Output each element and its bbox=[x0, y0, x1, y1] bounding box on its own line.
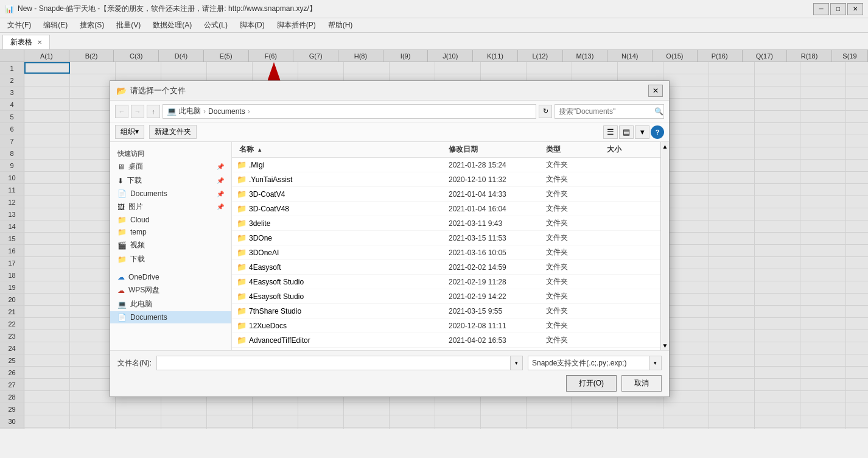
cloud-folder-icon: 📁 bbox=[117, 216, 127, 224]
file-item-date: 2020-12-08 11:11 bbox=[449, 322, 546, 330]
menu-batch[interactable]: 批量(V) bbox=[111, 19, 145, 32]
file-item[interactable]: 📁 4Easysoft 2021-02-02 14:59 文件夹 bbox=[232, 260, 660, 275]
nav-up-button[interactable]: ↑ bbox=[147, 105, 160, 118]
filetype-dropdown-button[interactable]: ▾ bbox=[649, 356, 661, 370]
file-item[interactable]: 📁 3D-CoatV4 2021-01-04 14:33 文件夹 bbox=[232, 187, 660, 202]
file-item[interactable]: 📁 4Easysoft Studio 2021-02-19 11:28 文件夹 bbox=[232, 275, 660, 289]
maximize-button[interactable]: □ bbox=[830, 3, 846, 15]
file-name-text: 3D-CoatV48 bbox=[249, 205, 289, 213]
file-item[interactable]: 📁 3D-CoatV48 2021-01-04 16:04 文件夹 bbox=[232, 202, 660, 216]
left-item-cloud[interactable]: 📁 Cloud bbox=[110, 214, 231, 226]
file-name-text: 12XueDocs bbox=[249, 322, 287, 330]
nav-back-button[interactable]: ← bbox=[115, 105, 128, 118]
close-button[interactable]: ✕ bbox=[847, 3, 863, 15]
nav-forward-button[interactable]: → bbox=[131, 105, 144, 118]
file-folder-icon: 📁 bbox=[237, 321, 247, 330]
menu-help[interactable]: 帮助(H) bbox=[323, 19, 358, 32]
file-item[interactable]: 📁 4Esaysoft Studio 2021-02-19 14:22 文件夹 bbox=[232, 289, 660, 304]
scroll-down-arrow[interactable]: ▼ bbox=[661, 341, 669, 350]
filename-dropdown-button[interactable]: ▾ bbox=[510, 356, 522, 370]
menu-script[interactable]: 脚本(D) bbox=[235, 19, 270, 32]
search-icon[interactable]: 🔍 bbox=[654, 105, 663, 118]
file-item-date: 2021-03-16 10:05 bbox=[449, 248, 546, 257]
organize-button[interactable]: 组织▾ bbox=[115, 125, 144, 139]
left-item-documents-selected[interactable]: 📄 Documents bbox=[110, 311, 231, 323]
help-button[interactable]: ? bbox=[651, 125, 664, 139]
left-item-temp[interactable]: 📁 temp bbox=[110, 226, 231, 238]
tab-close-icon[interactable]: ✕ bbox=[37, 39, 42, 46]
file-item-date: 2021-02-19 14:22 bbox=[449, 292, 546, 301]
dialog-title-bar: 📂 请选择一个文件 ✕ bbox=[110, 81, 669, 100]
file-item-name: 📁 7thShare Studio bbox=[237, 306, 449, 315]
left-item-download[interactable]: ⬇ 下载 📌 bbox=[110, 174, 231, 188]
search-box[interactable]: 🔍 bbox=[555, 104, 664, 119]
file-item[interactable]: 📁 .Migi 2021-01-28 15:24 文件夹 bbox=[232, 158, 660, 172]
tab-new-table[interactable]: 新表格 ✕ bbox=[2, 35, 50, 49]
left-item-videos[interactable]: 🎬 视频 bbox=[110, 238, 231, 252]
menu-formula[interactable]: 公式(L) bbox=[199, 19, 233, 32]
col-header-name[interactable]: 名称 ▲ bbox=[237, 144, 449, 155]
left-item-wps[interactable]: ☁ WPS网盘 bbox=[110, 283, 231, 297]
filename-input[interactable] bbox=[157, 359, 510, 367]
breadcrumb-this-pc[interactable]: 此电脑 bbox=[179, 106, 201, 116]
menu-data[interactable]: 数据处理(A) bbox=[148, 19, 197, 32]
search-input[interactable] bbox=[555, 107, 654, 116]
file-item[interactable]: 📁 3delite 2021-03-11 9:43 文件夹 bbox=[232, 216, 660, 231]
open-button[interactable]: 打开(O) bbox=[566, 375, 617, 392]
menu-edit[interactable]: 编辑(E) bbox=[38, 19, 72, 32]
file-item-name: 📁 .YunTaiAssist bbox=[237, 175, 449, 184]
breadcrumb-documents[interactable]: Documents bbox=[208, 107, 245, 116]
file-list[interactable]: 📁 .Migi 2021-01-28 15:24 文件夹 📁 .YunTaiAs… bbox=[232, 158, 660, 350]
view-details-button[interactable]: ▤ bbox=[619, 125, 634, 139]
file-item[interactable]: 📁 AdvancedTiffEditor 2021-04-02 16:53 文件… bbox=[232, 333, 660, 348]
dialog-close-button[interactable]: ✕ bbox=[648, 85, 663, 97]
left-item-documents[interactable]: 📄 Documents 📌 bbox=[110, 188, 231, 200]
file-item[interactable]: 📁 7thShare Studio 2021-03-15 9:55 文件夹 bbox=[232, 304, 660, 319]
scroll-up-arrow[interactable]: ▲ bbox=[661, 142, 669, 151]
file-name-text: 4Easysoft bbox=[249, 263, 281, 272]
cancel-button[interactable]: 取消 bbox=[621, 375, 662, 392]
new-folder-button[interactable]: 新建文件夹 bbox=[149, 125, 197, 139]
file-item-name: 📁 4Easysoft bbox=[237, 262, 449, 272]
menu-search[interactable]: 搜索(S) bbox=[75, 19, 109, 32]
file-item-name: 📁 3D-CoatV4 bbox=[237, 189, 449, 199]
file-folder-icon: 📁 bbox=[237, 233, 247, 242]
file-item-date: 2021-02-19 11:28 bbox=[449, 278, 546, 286]
action-row: 打开(O) 取消 bbox=[117, 375, 662, 392]
download2-folder-icon: 📁 bbox=[117, 255, 127, 264]
file-open-dialog: 📂 请选择一个文件 ✕ ← → ↑ 💻 此电脑 › Documents › ↻ bbox=[110, 80, 670, 397]
view-dropdown-button[interactable]: ▾ bbox=[635, 125, 649, 139]
file-item[interactable]: 📁 3DOne 2021-03-15 11:53 文件夹 bbox=[232, 231, 660, 245]
col-header-size[interactable]: 大小 bbox=[607, 144, 656, 155]
left-item-pictures[interactable]: 🖼 图片 📌 bbox=[110, 200, 231, 214]
left-item-onedrive[interactable]: ☁ OneDrive bbox=[110, 271, 231, 283]
pin-icon-documents: 📌 bbox=[217, 191, 224, 197]
menu-script-plugin[interactable]: 脚本插件(P) bbox=[272, 19, 321, 32]
menu-file[interactable]: 文件(F) bbox=[2, 19, 36, 32]
view-list-button[interactable]: ☰ bbox=[603, 125, 618, 139]
file-folder-icon: 📁 bbox=[237, 189, 247, 199]
minimize-button[interactable]: ─ bbox=[813, 3, 829, 15]
filetype-select-wrap[interactable]: Snapde支持文件(.c;.py;.exp;) ▾ bbox=[528, 356, 662, 370]
file-item[interactable]: 📁 12XueDocs 2020-12-08 11:11 文件夹 bbox=[232, 319, 660, 333]
tab-label: 新表格 bbox=[10, 37, 32, 48]
file-item[interactable]: 📁 .YunTaiAssist 2020-12-10 11:32 文件夹 bbox=[232, 172, 660, 187]
new-folder-label: 新建文件夹 bbox=[155, 127, 191, 137]
left-item-desktop[interactable]: 🖥 桌面 📌 bbox=[110, 160, 231, 174]
menu-bar: 文件(F) 编辑(E) 搜索(S) 批量(V) 数据处理(A) 公式(L) 脚本… bbox=[0, 18, 868, 33]
file-item-date: 2021-03-15 11:53 bbox=[449, 234, 546, 242]
left-item-this-pc[interactable]: 💻 此电脑 bbox=[110, 297, 231, 311]
left-item-download2[interactable]: 📁 下载 bbox=[110, 252, 231, 266]
col-header-date[interactable]: 修改日期 bbox=[449, 144, 546, 155]
file-name-text: 3D-CoatV4 bbox=[249, 190, 285, 199]
col-header-type[interactable]: 类型 bbox=[546, 144, 607, 155]
file-panel: 名称 ▲ 修改日期 类型 大小 bbox=[232, 142, 660, 350]
right-scrollbar[interactable]: ▲ ▼ bbox=[660, 142, 669, 350]
breadcrumb-bar[interactable]: 💻 此电脑 › Documents › bbox=[163, 104, 536, 119]
file-item[interactable]: 📁 3DOneAI 2021-03-16 10:05 文件夹 bbox=[232, 245, 660, 260]
filename-label: 文件名(N): bbox=[117, 358, 152, 368]
file-item-type: 文件夹 bbox=[546, 233, 607, 243]
filename-input-wrap[interactable]: ▾ bbox=[156, 356, 523, 370]
file-item-name: 📁 3DOne bbox=[237, 233, 449, 242]
refresh-button[interactable]: ↻ bbox=[539, 105, 552, 118]
